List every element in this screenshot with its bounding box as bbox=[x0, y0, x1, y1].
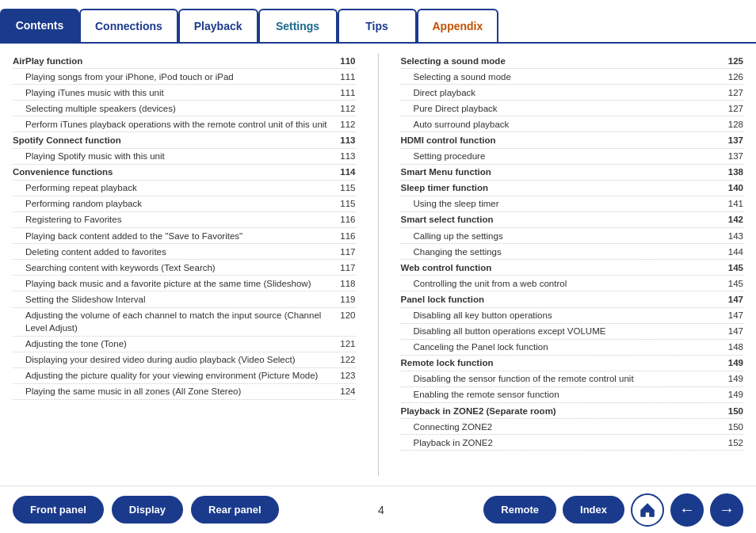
bottom-nav: Front panel Display Rear panel 4 Remote … bbox=[0, 485, 756, 533]
toc-item[interactable]: Disabling all key button operations147 bbox=[401, 308, 744, 324]
toc-item[interactable]: Selecting a sound mode125 bbox=[401, 53, 744, 69]
home-button[interactable] bbox=[631, 493, 664, 527]
toc-item[interactable]: Controlling the unit from a web control1… bbox=[401, 276, 744, 291]
toc-item[interactable]: Setting procedure137 bbox=[401, 149, 744, 165]
page-number: 4 bbox=[378, 504, 384, 516]
toc-item[interactable]: Playing songs from your iPhone, iPod tou… bbox=[13, 69, 356, 85]
tab-contents[interactable]: Contents bbox=[0, 9, 79, 42]
rear-panel-button[interactable]: Rear panel bbox=[191, 496, 278, 523]
toc-item[interactable]: Perform iTunes playback operations with … bbox=[13, 116, 356, 132]
toc-item[interactable]: Performing random playback115 bbox=[13, 196, 356, 212]
toc-item[interactable]: Selecting multiple speakers (devices)112 bbox=[13, 101, 356, 116]
tab-tips[interactable]: Tips bbox=[338, 9, 417, 42]
toc-item[interactable]: Spotify Connect function113 bbox=[13, 132, 356, 148]
toc-item[interactable]: HDMI control function137 bbox=[401, 132, 744, 148]
toc-item[interactable]: Smart select function142 bbox=[401, 212, 744, 228]
tab-playback[interactable]: Playback bbox=[178, 9, 258, 42]
toc-item[interactable]: Web control function145 bbox=[401, 260, 744, 276]
toc-item[interactable]: Adjusting the tone (Tone)121 bbox=[13, 337, 356, 352]
toc-item[interactable]: Panel lock function147 bbox=[401, 291, 744, 307]
back-button[interactable]: ← bbox=[670, 493, 704, 527]
toc-item[interactable]: Displaying your desired video during aud… bbox=[13, 352, 356, 368]
toc-item[interactable]: Auto surround playback128 bbox=[401, 116, 744, 132]
toc-item[interactable]: Playing iTunes music with this unit111 bbox=[13, 85, 356, 101]
toc-item[interactable]: Sleep timer function140 bbox=[401, 181, 744, 196]
toc-item[interactable]: Remote lock function149 bbox=[401, 356, 744, 371]
front-panel-button[interactable]: Front panel bbox=[13, 496, 104, 523]
toc-item[interactable]: AirPlay function110 bbox=[13, 53, 356, 69]
toc-item[interactable]: Selecting a sound mode126 bbox=[401, 69, 744, 85]
toc-item[interactable]: Deleting content added to favorites117 bbox=[13, 244, 356, 260]
toc-item[interactable]: Disabling the sensor function of the rem… bbox=[401, 371, 744, 387]
toc-item[interactable]: Convenience functions114 bbox=[13, 165, 356, 181]
bottom-nav-left: Front panel Display Rear panel bbox=[13, 496, 279, 523]
toc-item[interactable]: Enabling the remote sensor function149 bbox=[401, 387, 744, 403]
tab-appendix[interactable]: Appendix bbox=[417, 9, 499, 42]
toc-item[interactable]: Playback in ZONE2 (Separate room)150 bbox=[401, 403, 744, 419]
toc-item[interactable]: Adjusting the volume of each channel to … bbox=[13, 308, 356, 337]
bottom-nav-right: Remote Index ← → bbox=[483, 493, 743, 527]
tab-connections[interactable]: Connections bbox=[79, 9, 178, 42]
toc-item[interactable]: Calling up the settings143 bbox=[401, 228, 744, 244]
toc-item[interactable]: Using the sleep timer141 bbox=[401, 196, 744, 212]
column-divider bbox=[378, 53, 379, 476]
nav-tabs: Contents Connections Playback Settings T… bbox=[0, 0, 756, 44]
left-column: AirPlay function110Playing songs from yo… bbox=[13, 53, 356, 476]
toc-item[interactable]: Setting the Slideshow Interval119 bbox=[13, 291, 356, 307]
toc-item[interactable]: Playback in ZONE2152 bbox=[401, 435, 744, 451]
toc-item[interactable]: Playing back music and a favorite pictur… bbox=[13, 276, 356, 291]
right-column: Selecting a sound mode125Selecting a sou… bbox=[401, 53, 744, 476]
toc-item[interactable]: Connecting ZONE2150 bbox=[401, 419, 744, 435]
index-button[interactable]: Index bbox=[563, 496, 624, 523]
toc-item[interactable]: Disabling all button operations except V… bbox=[401, 324, 744, 340]
toc-item[interactable]: Searching content with keywords (Text Se… bbox=[13, 260, 356, 276]
tab-settings[interactable]: Settings bbox=[258, 9, 338, 42]
forward-button[interactable]: → bbox=[710, 493, 743, 527]
toc-item[interactable]: Adjusting the picture quality for your v… bbox=[13, 368, 356, 384]
toc-item[interactable]: Playing back content added to the "Save … bbox=[13, 228, 356, 244]
toc-item[interactable]: Changing the settings144 bbox=[401, 244, 744, 260]
toc-item[interactable]: Canceling the Panel lock function148 bbox=[401, 340, 744, 356]
toc-item[interactable]: Pure Direct playback127 bbox=[401, 101, 744, 116]
toc-item[interactable]: Smart Menu function138 bbox=[401, 165, 744, 181]
toc-item[interactable]: Playing Spotify music with this unit113 bbox=[13, 149, 356, 165]
toc-item[interactable]: Performing repeat playback115 bbox=[13, 181, 356, 196]
main-content: AirPlay function110Playing songs from yo… bbox=[0, 44, 756, 485]
remote-button[interactable]: Remote bbox=[483, 496, 556, 523]
toc-item[interactable]: Registering to Favorites116 bbox=[13, 212, 356, 228]
display-button[interactable]: Display bbox=[112, 496, 183, 523]
toc-item[interactable]: Direct playback127 bbox=[401, 85, 744, 101]
toc-item[interactable]: Playing the same music in all zones (All… bbox=[13, 384, 356, 400]
